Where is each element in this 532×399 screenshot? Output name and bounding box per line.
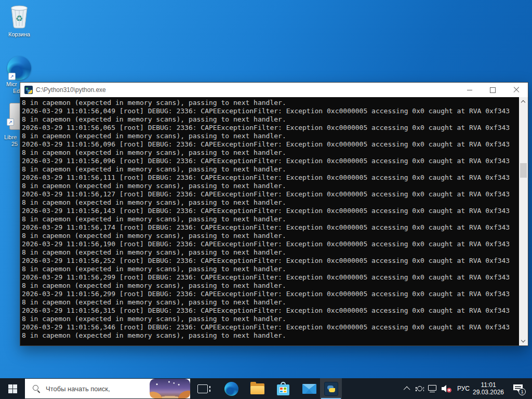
shortcut-arrow-icon: ↗ (7, 118, 14, 126)
console-scrollbar[interactable] (519, 97, 528, 345)
notification-badge: 1 (518, 388, 526, 395)
search-icon (32, 384, 41, 393)
taskbar-python-console-button[interactable] (320, 378, 342, 399)
taskbar-edge-button[interactable] (219, 378, 243, 399)
recycle-bin-label: Корзина (4, 31, 34, 38)
console-log-line: 8 in capemon (expected in memory scans),… (22, 165, 519, 174)
console-log-line: 8 in capemon (expected in memory scans),… (22, 132, 519, 140)
console-log-line: 8 in capemon (expected in memory scans),… (22, 298, 519, 307)
tray-volume[interactable] (440, 378, 454, 399)
console-output[interactable]: 8 in capemon (expected in memory scans),… (20, 97, 519, 345)
python-console-icon (24, 86, 33, 94)
console-log-line: 8 in capemon (expected in memory scans),… (22, 232, 519, 240)
tray-meet-now[interactable] (414, 378, 426, 399)
scroll-down-icon[interactable] (521, 338, 525, 342)
console-log-line: 2026-03-29 11:01:56,065 [root] DEBUG: 23… (22, 124, 519, 132)
tray-network[interactable] (426, 378, 440, 399)
taskbar-search[interactable] (25, 379, 190, 398)
console-log-line: 8 in capemon (expected in memory scans),… (22, 248, 519, 257)
volume-muted-icon (441, 384, 453, 393)
tray-action-center[interactable]: 1 (509, 378, 527, 399)
tray-clock[interactable]: 11:01 29.03.2026 (472, 378, 505, 399)
mail-icon (302, 384, 316, 394)
task-view-icon (197, 384, 208, 393)
shortcut-arrow-icon: ↗ (8, 73, 16, 80)
taskbar-store-button[interactable] (271, 378, 295, 399)
search-highlight-image[interactable] (150, 379, 190, 398)
recycle-bin-icon: ♻ (9, 4, 30, 29)
console-log-line: 8 in capemon (expected in memory scans),… (22, 215, 519, 223)
search-input[interactable] (46, 379, 150, 398)
taskbar: РУС 11:01 29.03.2026 1 (0, 378, 532, 399)
console-log-line: 2026-03-29 11:01:56,111 [root] DEBUG: 23… (22, 174, 519, 182)
tray-language[interactable]: РУС (454, 378, 473, 399)
tray-show-hidden-icons[interactable] (401, 378, 414, 399)
start-button[interactable] (0, 378, 25, 399)
window-title: C:\Python310\python.exe (36, 86, 106, 94)
console-log-line: 8 in capemon (expected in memory scans),… (22, 315, 519, 323)
clock-date: 29.03.2026 (473, 389, 504, 396)
edge-label-line2: Ed (13, 88, 20, 95)
libreoffice-label-line1: Libre (4, 134, 17, 141)
language-label: РУС (457, 385, 470, 392)
svg-text:♻: ♻ (16, 14, 23, 23)
console-log-line: 8 in capemon (expected in memory scans),… (22, 149, 519, 157)
scrollbar-thumb[interactable] (520, 163, 527, 178)
console-log-line: 8 in capemon (expected in memory scans),… (22, 331, 519, 340)
maximize-button[interactable] (481, 83, 504, 97)
edge-icon (224, 382, 238, 396)
desktop: ♻ Корзина ↗ Micr Ed ↗ Libre 25 C:\Python… (0, 0, 532, 399)
console-log-line: 8 in capemon (expected in memory scans),… (22, 115, 519, 124)
console-log-line: 2026-03-29 11:01:56,174 [root] DEBUG: 23… (22, 223, 519, 232)
console-log-line: 8 in capemon (expected in memory scans),… (22, 198, 519, 207)
python-console-icon (324, 382, 338, 396)
network-icon (428, 385, 437, 392)
console-log-line: 8 in capemon (expected in memory scans),… (22, 265, 519, 273)
libreoffice-label-line2: 25 (11, 141, 18, 148)
edge-label-line1: Micr (6, 81, 17, 88)
console-log-line: 8 in capemon (expected in memory scans),… (22, 182, 519, 190)
console-window: C:\Python310\python.exe 8 in capemon (ex… (20, 82, 528, 346)
console-log-line: 2026-03-29 11:01:56,127 [root] DEBUG: 23… (22, 190, 519, 198)
console-log-line: 8 in capemon (expected in memory scans),… (22, 282, 519, 290)
taskbar-file-explorer-button[interactable] (245, 378, 269, 399)
meet-now-icon (416, 385, 424, 392)
console-log-line: 2026-03-29 11:01:56,143 [root] DEBUG: 23… (22, 207, 519, 215)
taskbar-mail-button[interactable] (297, 378, 321, 399)
console-log-line: 2026-03-29 11:01:56,299 [root] DEBUG: 23… (22, 273, 519, 282)
close-button[interactable] (504, 83, 528, 97)
window-titlebar[interactable]: C:\Python310\python.exe (20, 83, 528, 97)
console-log-line: 2026-03-29 11:01:56,252 [root] DEBUG: 23… (22, 257, 519, 265)
console-log-line: 2026-03-29 11:01:56,096 [root] DEBUG: 23… (22, 140, 519, 149)
task-view-button[interactable] (191, 378, 214, 399)
console-log-line: 2026-03-29 11:01:56,049 [root] DEBUG: 23… (22, 107, 519, 115)
file-explorer-icon (250, 383, 264, 394)
console-log-line: 2026-03-29 11:01:56,190 [root] DEBUG: 23… (22, 240, 519, 248)
minimize-button[interactable] (458, 83, 481, 97)
console-log-line: 8 in capemon (expected in memory scans),… (22, 99, 519, 107)
desktop-icon-recycle-bin[interactable]: ♻ Корзина (4, 4, 34, 38)
scroll-up-icon[interactable] (521, 100, 525, 104)
console-log-line: 2026-03-29 11:01:56,346 [root] DEBUG: 23… (22, 323, 519, 331)
console-log-line: 2026-03-29 11:01:56,096 [root] DEBUG: 23… (22, 157, 519, 165)
console-log-line: 2026-03-29 11:01:56,299 [root] DEBUG: 23… (22, 290, 519, 298)
console-log-line: 2026-03-29 11:01:56,315 [root] DEBUG: 23… (22, 307, 519, 315)
microsoft-store-icon (277, 382, 289, 395)
windows-logo-icon (8, 384, 17, 393)
chevron-up-icon (403, 386, 410, 393)
clock-time: 11:01 (481, 381, 496, 389)
